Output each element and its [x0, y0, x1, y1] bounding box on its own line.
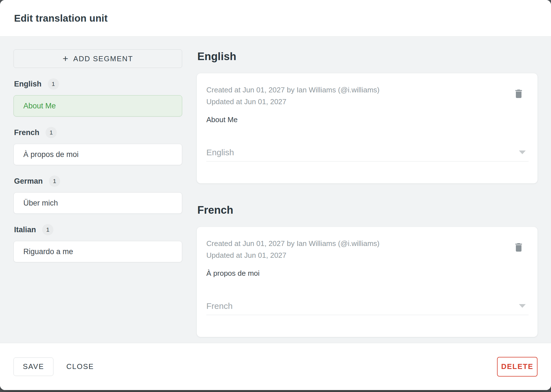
- delete-button[interactable]: DELETE: [497, 357, 538, 377]
- plus-icon: +: [63, 54, 68, 63]
- save-button[interactable]: SAVE: [13, 357, 53, 376]
- dialog-header: Edit translation unit: [0, 0, 551, 37]
- language-group-header: Italian 1: [13, 224, 182, 235]
- chevron-down-icon: [519, 304, 526, 308]
- card-spacer: [206, 161, 529, 183]
- locales-panel: English Created at Jun 01, 2027 by Ian W…: [197, 49, 538, 332]
- language-group-header: French 1: [13, 127, 182, 138]
- add-segment-button[interactable]: + ADD SEGMENT: [13, 49, 182, 68]
- segment-text-input[interactable]: About Me: [206, 115, 529, 127]
- language-select-value: French: [206, 301, 232, 311]
- language-group-header: German 1: [13, 176, 182, 187]
- segment-item-english[interactable]: About Me: [13, 95, 182, 117]
- dialog-body: + ADD SEGMENT English 1 About Me French …: [0, 37, 551, 343]
- chevron-down-icon: [519, 151, 526, 154]
- segment-item-italian[interactable]: Riguardo a me: [13, 241, 182, 262]
- locale-card: Created at Jun 01, 2027 by Ian Williams …: [197, 73, 538, 183]
- locale-section-english: English Created at Jun 01, 2027 by Ian W…: [197, 51, 538, 183]
- language-group-german: German 1 Über mich: [13, 176, 182, 214]
- trash-icon: [513, 242, 524, 253]
- language-label: Italian: [14, 225, 36, 234]
- segment-count-badge: 1: [49, 176, 60, 187]
- locale-heading: French: [197, 204, 538, 216]
- segment-count-badge: 1: [46, 127, 57, 138]
- language-select[interactable]: English: [206, 145, 529, 161]
- dialog-footer: SAVE CLOSE DELETE: [0, 343, 551, 390]
- updated-at-text: Updated at Jun 01, 2027: [206, 249, 529, 261]
- created-at-text: Created at Jun 01, 2027 by Ian Williams …: [206, 84, 529, 96]
- trash-icon: [513, 88, 524, 99]
- updated-at-text: Updated at Jun 01, 2027: [206, 96, 529, 108]
- close-button[interactable]: CLOSE: [66, 362, 94, 371]
- language-label: German: [14, 177, 43, 186]
- delete-segment-button[interactable]: [512, 87, 525, 100]
- page-backdrop: { "title": "Edit translation unit", "sid…: [0, 0, 551, 392]
- language-group-french: French 1 À propos de moi: [13, 127, 182, 165]
- language-label: French: [14, 128, 39, 137]
- segment-item-french[interactable]: À propos de moi: [13, 144, 182, 165]
- locale-heading: English: [197, 51, 538, 63]
- dialog-title: Edit translation unit: [14, 13, 108, 24]
- language-label: English: [14, 80, 42, 88]
- language-select-value: English: [206, 148, 234, 157]
- language-group-english: English 1 About Me: [13, 78, 182, 117]
- delete-segment-button[interactable]: [512, 241, 525, 254]
- locale-card: Created at Jun 01, 2027 by Ian Williams …: [197, 227, 538, 337]
- created-at-text: Created at Jun 01, 2027 by Ian Williams …: [206, 238, 529, 249]
- segment-count-badge: 1: [42, 224, 53, 235]
- edit-translation-unit-dialog: Edit translation unit + ADD SEGMENT Engl…: [0, 0, 551, 390]
- language-select[interactable]: French: [206, 299, 529, 315]
- card-spacer: [206, 315, 529, 337]
- segment-text-input[interactable]: À propos de moi: [206, 269, 529, 280]
- language-group-header: English 1: [13, 78, 182, 90]
- segment-count-badge: 1: [48, 78, 59, 90]
- add-segment-label: ADD SEGMENT: [73, 54, 133, 63]
- language-group-italian: Italian 1 Riguardo a me: [13, 224, 182, 262]
- segments-sidebar: + ADD SEGMENT English 1 About Me French …: [13, 49, 182, 332]
- segment-item-german[interactable]: Über mich: [13, 192, 182, 214]
- locale-section-french: French Created at Jun 01, 2027 by Ian Wi…: [197, 204, 538, 337]
